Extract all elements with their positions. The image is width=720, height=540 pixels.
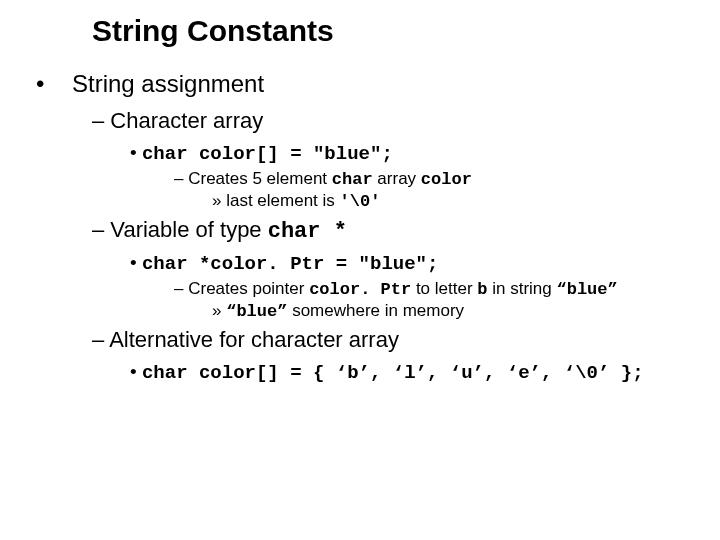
text: somewhere in memory bbox=[287, 301, 464, 320]
text: String assignment bbox=[72, 70, 264, 97]
text: Character array bbox=[110, 108, 263, 133]
bullet-lvl4: Creates pointer color. Ptr to letter b i… bbox=[174, 279, 684, 299]
text: array bbox=[373, 169, 421, 188]
code: b bbox=[477, 280, 487, 299]
bullet-lvl2: Alternative for character array bbox=[92, 327, 684, 353]
bullet-lvl4: Creates 5 element char array color bbox=[174, 169, 684, 189]
bullet-lvl2: Character array bbox=[92, 108, 684, 134]
slide-title: String Constants bbox=[92, 14, 684, 48]
code: '\0' bbox=[340, 192, 381, 211]
text: Creates 5 element bbox=[188, 169, 332, 188]
code: char *color. Ptr = "blue"; bbox=[142, 253, 438, 275]
code: char color[] = { ‘b’, ‘l’, ‘u’, ‘e’, ‘\0… bbox=[142, 362, 644, 384]
code: “blue” bbox=[557, 280, 618, 299]
slide: String Constants •String assignment Char… bbox=[0, 0, 720, 540]
text: Creates pointer bbox=[188, 279, 309, 298]
text: Variable of type bbox=[110, 217, 267, 242]
code: char color[] = "blue"; bbox=[142, 143, 393, 165]
code: char * bbox=[268, 219, 347, 244]
text: Alternative for character array bbox=[109, 327, 399, 352]
bullet-lvl5: “blue” somewhere in memory bbox=[212, 301, 684, 321]
text: to letter bbox=[411, 279, 477, 298]
bullet-lvl3: char color[] = { ‘b’, ‘l’, ‘u’, ‘e’, ‘\0… bbox=[130, 361, 684, 384]
text: in string bbox=[488, 279, 557, 298]
bullet-lvl5: last element is '\0' bbox=[212, 191, 684, 211]
code: color bbox=[421, 170, 472, 189]
bullet-lvl1: •String assignment bbox=[54, 70, 684, 98]
code: “blue” bbox=[226, 302, 287, 321]
code: color. Ptr bbox=[309, 280, 411, 299]
bullet-lvl2: Variable of type char * bbox=[92, 217, 684, 244]
code: char bbox=[332, 170, 373, 189]
bullet-lvl3: char color[] = "blue"; bbox=[130, 142, 684, 165]
text: last element is bbox=[226, 191, 339, 210]
bullet-lvl3: char *color. Ptr = "blue"; bbox=[130, 252, 684, 275]
